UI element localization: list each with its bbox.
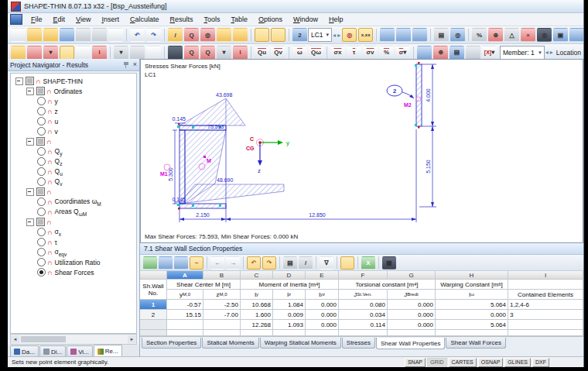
shear-qv-icon[interactable]: Qv <box>271 46 285 60</box>
tree-item-shear-forces[interactable]: Shear Forces <box>11 267 136 277</box>
tree-item-v[interactable]: v <box>11 126 136 136</box>
pin-icon[interactable] <box>123 61 130 68</box>
panel-icon[interactable]: ▤ <box>450 46 464 60</box>
sigma-x-icon[interactable]: σx <box>330 46 345 60</box>
table-corner[interactable] <box>140 271 167 280</box>
edit-cell-icon[interactable]: / <box>299 256 313 270</box>
zoom-select-icon[interactable]: Q <box>184 28 199 42</box>
frame-icon[interactable] <box>146 46 161 60</box>
column-letter-d[interactable]: D <box>273 271 306 280</box>
dxf-toggle[interactable]: DXF <box>532 358 549 367</box>
load-case-select[interactable]: LC1 ▾ <box>308 28 332 42</box>
dimension-icon[interactable]: ▾ <box>114 46 128 60</box>
export-icon[interactable] <box>143 256 157 270</box>
group-icon[interactable] <box>36 87 45 95</box>
tree-item-sigma-x[interactable]: σx <box>11 227 136 237</box>
radio-button[interactable] <box>37 157 46 166</box>
radio-button[interactable] <box>37 238 46 246</box>
result-diagram-icon[interactable] <box>380 28 395 42</box>
snap-toggle[interactable]: SNAP <box>405 358 426 367</box>
settings-icon[interactable] <box>569 28 584 42</box>
menu-options[interactable]: Options <box>253 15 288 24</box>
cell[interactable]: 1.600 <box>241 310 273 320</box>
corner-icon[interactable] <box>466 46 480 60</box>
radio-button[interactable] <box>37 228 46 236</box>
menu-results[interactable]: Results <box>164 15 198 24</box>
cell[interactable]: 0.009 <box>273 310 306 320</box>
result-table-icon[interactable] <box>396 28 411 42</box>
tree-item-y[interactable]: y <box>11 96 136 106</box>
open-icon[interactable] <box>27 28 42 42</box>
close-icon[interactable]: × <box>133 61 137 68</box>
scroll-right-arrow[interactable]: ▸ <box>128 335 136 343</box>
column-letter-i[interactable]: I <box>508 271 583 280</box>
cell[interactable]: 0.000 <box>306 310 339 320</box>
tree-group-warping[interactable] <box>11 187 136 197</box>
cell[interactable]: 0.080 <box>339 300 388 310</box>
menu-file[interactable]: File <box>26 15 48 24</box>
menu-edit[interactable]: Edit <box>48 15 71 24</box>
radio-button-selected[interactable] <box>37 268 46 277</box>
menu-insert[interactable]: Insert <box>96 15 125 24</box>
single-window-icon[interactable] <box>255 28 269 42</box>
tree-item-qz[interactable]: Qz <box>11 156 136 167</box>
column-letter-c[interactable]: C <box>241 271 273 280</box>
menu-window[interactable]: Window <box>288 15 323 24</box>
sigma-v-icon[interactable]: σv <box>363 46 378 60</box>
tab-display[interactable]: Di... <box>39 345 66 357</box>
table-row[interactable]: 2 15.15 -7.00 1.600 0.009 0.000 0.034 0.… <box>140 310 583 320</box>
collapse-icon[interactable] <box>26 138 34 146</box>
cell[interactable]: -2.50 <box>203 300 241 310</box>
member-select[interactable]: Member: 1 ▾ <box>500 46 545 60</box>
sigma-eqv-icon[interactable]: σ▾ <box>395 46 410 60</box>
redo-icon[interactable]: ↷ <box>262 256 276 270</box>
cell[interactable]: 0.000 <box>388 310 436 320</box>
tree-item-coordinates-omega[interactable]: Coordinates ωM <box>11 197 136 207</box>
tree-item-z[interactable]: z <box>11 106 136 116</box>
radio-button[interactable] <box>37 117 46 125</box>
menu-view[interactable]: View <box>70 15 96 24</box>
tab-statical-moments[interactable]: Statical Moments <box>202 338 258 349</box>
chart-view-icon[interactable]: ~ <box>190 256 203 270</box>
tree-item-qy[interactable]: Qy <box>11 146 136 156</box>
next-load-case-arrow[interactable]: ▸ <box>337 29 341 41</box>
collapse-icon[interactable] <box>15 77 23 85</box>
navigator-header[interactable]: Project Navigator - Results × <box>8 59 139 71</box>
glines-toggle[interactable]: GLINES <box>504 358 531 367</box>
radio-button[interactable] <box>37 248 46 256</box>
zoom-out-icon[interactable]: Q <box>200 46 215 60</box>
menu-help[interactable]: Help <box>323 15 349 24</box>
open-project-icon[interactable] <box>43 28 58 42</box>
render-icon[interactable]: ◎ <box>200 28 215 42</box>
group-icon[interactable] <box>26 77 34 85</box>
cell[interactable]: 3 <box>508 310 583 320</box>
insert-row-icon[interactable] <box>159 256 173 270</box>
tree-group-shear[interactable] <box>11 136 136 146</box>
row-number[interactable]: 2 <box>140 310 167 320</box>
cell[interactable]: 10.668 <box>241 300 273 310</box>
cell[interactable]: -7.00 <box>203 310 241 320</box>
column-letter-h[interactable]: H <box>436 271 508 280</box>
tree-item-qv[interactable]: Qv <box>11 177 136 187</box>
q-omega-icon[interactable]: Qω <box>309 46 323 60</box>
element-outline-icon[interactable] <box>76 46 91 60</box>
group-icon[interactable] <box>36 187 45 196</box>
radio-button[interactable] <box>37 208 46 216</box>
omega-icon[interactable]: ω <box>292 46 307 60</box>
rotate-3d-icon[interactable]: ◎ <box>537 28 552 42</box>
pick-object-icon[interactable] <box>217 28 231 42</box>
show-photo-icon[interactable]: ◎ <box>342 28 357 42</box>
scroll-left-arrow[interactable]: ◂ <box>11 335 19 343</box>
brush-icon[interactable] <box>417 46 432 60</box>
prev-member-arrow[interactable]: ◂ <box>545 46 549 59</box>
line-icon[interactable] <box>27 46 42 60</box>
app-menu-icon[interactable] <box>10 14 22 25</box>
delete-row-icon[interactable] <box>174 256 188 270</box>
tab-views[interactable]: Vi... <box>67 345 93 357</box>
next-member-arrow[interactable]: ▸ <box>549 46 554 59</box>
delete-icon[interactable]: × <box>521 28 535 42</box>
prev-table-icon[interactable]: ← <box>210 256 224 270</box>
column-letter-g[interactable]: G <box>388 271 436 280</box>
tab-data[interactable]: Da... <box>10 345 39 357</box>
tree-item-tau[interactable]: τ <box>11 237 136 247</box>
